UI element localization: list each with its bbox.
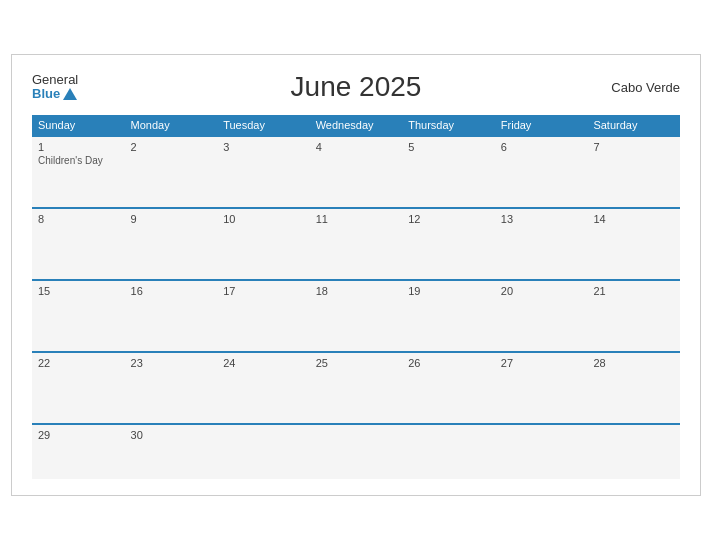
header-thursday: Thursday (402, 115, 495, 136)
day-number: 18 (316, 285, 397, 297)
day-number: 5 (408, 141, 489, 153)
calendar-day-cell: 14 (587, 208, 680, 280)
header-friday: Friday (495, 115, 588, 136)
day-number: 30 (131, 429, 212, 441)
calendar-day-cell: 8 (32, 208, 125, 280)
calendar-container: General Blue June 2025 Cabo Verde Sunday… (11, 54, 701, 496)
calendar-day-cell: 30 (125, 424, 218, 479)
calendar-day-cell: 9 (125, 208, 218, 280)
day-number: 24 (223, 357, 304, 369)
logo-general-text: General (32, 73, 78, 87)
day-number: 21 (593, 285, 674, 297)
calendar-day-cell: 25 (310, 352, 403, 424)
calendar-week-row: 22232425262728 (32, 352, 680, 424)
calendar-week-row: 15161718192021 (32, 280, 680, 352)
calendar-day-cell: 23 (125, 352, 218, 424)
calendar-thead: Sunday Monday Tuesday Wednesday Thursday… (32, 115, 680, 136)
day-number: 15 (38, 285, 119, 297)
calendar-week-row: 2930 (32, 424, 680, 479)
logo-triangle-icon (63, 88, 77, 100)
day-number: 3 (223, 141, 304, 153)
day-number: 11 (316, 213, 397, 225)
day-number: 12 (408, 213, 489, 225)
day-event: Children's Day (38, 155, 119, 166)
calendar-day-cell (310, 424, 403, 479)
calendar-day-cell: 19 (402, 280, 495, 352)
calendar-day-cell: 11 (310, 208, 403, 280)
calendar-day-cell: 3 (217, 136, 310, 208)
calendar-day-cell: 28 (587, 352, 680, 424)
header-sunday: Sunday (32, 115, 125, 136)
day-number: 17 (223, 285, 304, 297)
calendar-day-cell: 13 (495, 208, 588, 280)
calendar-day-cell: 4 (310, 136, 403, 208)
calendar-day-cell: 24 (217, 352, 310, 424)
day-number: 25 (316, 357, 397, 369)
day-number: 19 (408, 285, 489, 297)
calendar-week-row: 1Children's Day234567 (32, 136, 680, 208)
logo-blue-text: Blue (32, 87, 77, 101)
calendar-day-cell: 16 (125, 280, 218, 352)
day-number: 10 (223, 213, 304, 225)
day-number: 6 (501, 141, 582, 153)
calendar-body: 1Children's Day2345678910111213141516171… (32, 136, 680, 479)
logo: General Blue (32, 73, 78, 102)
calendar-day-cell: 27 (495, 352, 588, 424)
day-number: 27 (501, 357, 582, 369)
header-saturday: Saturday (587, 115, 680, 136)
calendar-header: General Blue June 2025 Cabo Verde (32, 71, 680, 103)
calendar-day-cell: 10 (217, 208, 310, 280)
day-number: 13 (501, 213, 582, 225)
day-number: 7 (593, 141, 674, 153)
calendar-day-cell: 15 (32, 280, 125, 352)
day-number: 16 (131, 285, 212, 297)
calendar-week-row: 891011121314 (32, 208, 680, 280)
calendar-day-cell: 2 (125, 136, 218, 208)
day-number: 26 (408, 357, 489, 369)
calendar-day-cell (402, 424, 495, 479)
calendar-day-cell (587, 424, 680, 479)
calendar-day-cell: 1Children's Day (32, 136, 125, 208)
day-number: 8 (38, 213, 119, 225)
calendar-day-cell: 12 (402, 208, 495, 280)
calendar-day-cell: 5 (402, 136, 495, 208)
calendar-table: Sunday Monday Tuesday Wednesday Thursday… (32, 115, 680, 479)
day-number: 4 (316, 141, 397, 153)
calendar-day-cell: 6 (495, 136, 588, 208)
header-tuesday: Tuesday (217, 115, 310, 136)
calendar-day-cell: 20 (495, 280, 588, 352)
calendar-title: June 2025 (291, 71, 422, 103)
day-number: 29 (38, 429, 119, 441)
calendar-day-cell: 18 (310, 280, 403, 352)
day-number: 28 (593, 357, 674, 369)
day-number: 9 (131, 213, 212, 225)
calendar-day-cell: 29 (32, 424, 125, 479)
header-wednesday: Wednesday (310, 115, 403, 136)
day-number: 20 (501, 285, 582, 297)
header-monday: Monday (125, 115, 218, 136)
calendar-day-cell: 22 (32, 352, 125, 424)
calendar-day-cell: 21 (587, 280, 680, 352)
day-number: 1 (38, 141, 119, 153)
region-label: Cabo Verde (611, 80, 680, 95)
calendar-day-cell (217, 424, 310, 479)
weekday-header-row: Sunday Monday Tuesday Wednesday Thursday… (32, 115, 680, 136)
day-number: 14 (593, 213, 674, 225)
day-number: 2 (131, 141, 212, 153)
calendar-day-cell: 7 (587, 136, 680, 208)
calendar-day-cell (495, 424, 588, 479)
calendar-day-cell: 26 (402, 352, 495, 424)
day-number: 23 (131, 357, 212, 369)
calendar-day-cell: 17 (217, 280, 310, 352)
day-number: 22 (38, 357, 119, 369)
